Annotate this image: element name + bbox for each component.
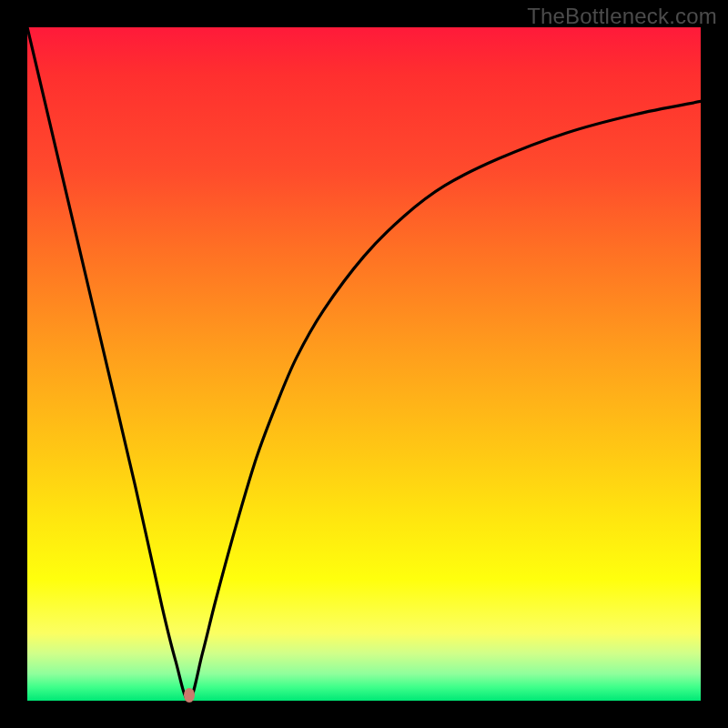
watermark-label: TheBottleneck.com	[527, 4, 717, 29]
chart-container: TheBottleneck.com	[0, 0, 728, 728]
minimum-marker	[184, 688, 195, 703]
curve-path	[27, 27, 701, 701]
plot-area	[27, 27, 701, 701]
curve-svg	[27, 27, 701, 701]
